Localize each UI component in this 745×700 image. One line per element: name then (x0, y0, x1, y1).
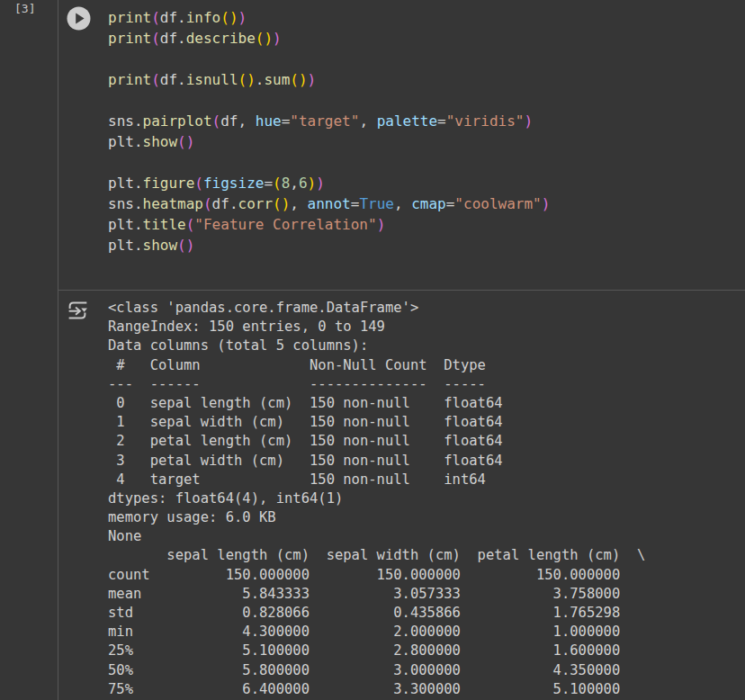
output-icon (65, 298, 90, 323)
code-line: print(df.isnull().sum()) (108, 69, 745, 90)
output-line: 4 target 150 non-null int64 (108, 471, 645, 489)
output-line: 25% 5.100000 2.800000 1.600000 (108, 642, 645, 660)
code-line: plt.show() (108, 235, 745, 256)
output-line: 1 sepal width (cm) 150 non-null float64 (108, 413, 645, 432)
output-line: dtypes: float64(4), int64(1) (108, 489, 645, 508)
output-line: 0 sepal length (cm) 150 non-null float64 (108, 394, 645, 413)
output-line: count 150.000000 150.000000 150.000000 (108, 566, 645, 585)
output-line: std 0.828066 0.435866 1.765298 (108, 604, 645, 623)
code-line: sns.pairplot(df, hue="target", palette="… (108, 111, 745, 131)
code-line: plt.figure(figsize=(8,6)) (108, 173, 745, 193)
cell-left-border (58, 0, 58, 700)
code-line (108, 90, 745, 111)
code-line: sns.heatmap(df.corr(), annot=True, cmap=… (108, 193, 745, 214)
code-editor[interactable]: print(df.info())print(df.describe()) pri… (108, 7, 745, 256)
code-line (108, 49, 745, 69)
output-line: <class 'pandas.core.frame.DataFrame'> (108, 299, 645, 318)
output-text: <class 'pandas.core.frame.DataFrame'>Ran… (108, 299, 645, 699)
notebook-cell: [3] print(df.info())print(df.describe())… (0, 0, 745, 700)
output-line: memory usage: 6.0 KB (108, 508, 645, 527)
output-line: 3 petal width (cm) 150 non-null float64 (108, 452, 645, 471)
output-line: Data columns (total 5 columns): (108, 337, 645, 355)
output-line: 75% 6.400000 3.300000 5.100000 (108, 680, 645, 699)
code-line (108, 152, 745, 173)
output-line: 50% 5.800000 3.000000 4.350000 (108, 661, 645, 680)
code-line: plt.title("Feature Correlation") (108, 214, 745, 235)
cell-output-divider (58, 290, 745, 291)
output-line: None (108, 527, 645, 546)
execution-count-label: [3] (14, 2, 35, 16)
play-icon (67, 6, 91, 31)
output-line: 2 petal length (cm) 150 non-null float64 (108, 432, 645, 451)
code-line: print(df.describe()) (108, 28, 745, 49)
output-line: sepal length (cm) sepal width (cm) petal… (108, 546, 645, 565)
output-line: RangeIndex: 150 entries, 0 to 149 (108, 318, 645, 337)
run-cell-button[interactable] (67, 6, 91, 31)
code-line: plt.show() (108, 131, 745, 152)
code-line: print(df.info()) (108, 7, 745, 28)
output-line: --- ------ -------------- ----- (108, 375, 645, 394)
output-line: # Column Non-Null Count Dtype (108, 356, 645, 375)
output-options-button[interactable] (65, 298, 90, 323)
output-line: mean 5.843333 3.057333 3.758000 (108, 585, 645, 604)
output-line: min 4.300000 2.000000 1.000000 (108, 623, 645, 642)
